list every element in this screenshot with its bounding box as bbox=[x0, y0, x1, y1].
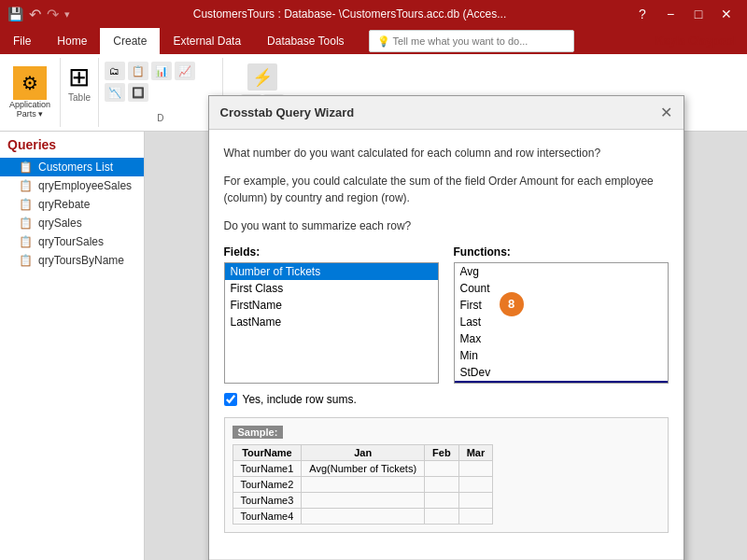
ribbon-tabs: File Home Create External Data Database … bbox=[0, 28, 747, 54]
field-item-3[interactable]: LastName bbox=[225, 314, 438, 330]
query-icon: 📋 bbox=[19, 198, 33, 211]
queries-icons: 🗂 📋 📊 📈 📉 🔲 bbox=[105, 62, 217, 102]
application-parts-icon[interactable]: ⚙ bbox=[13, 66, 47, 100]
main-area: Queries 📋 Customers List 📋 qryEmployeeSa… bbox=[0, 132, 747, 560]
func-avg[interactable]: Avg bbox=[455, 263, 668, 280]
sidebar-item-label: qryTourSales bbox=[38, 235, 104, 248]
help-button[interactable]: ? bbox=[629, 1, 655, 27]
sample-col-mar: Mar bbox=[458, 444, 493, 460]
query-icon5[interactable]: 📉 bbox=[105, 83, 125, 102]
sidebar-item-qryemployeesales[interactable]: 📋 qryEmployeeSales bbox=[0, 176, 144, 195]
table-group: ⊞ Table bbox=[61, 58, 99, 127]
sample-cell bbox=[302, 492, 425, 508]
dialog-desc3: Do you want to summarize each row? bbox=[224, 217, 669, 234]
macro-icon[interactable]: ⚡ bbox=[247, 63, 277, 91]
dialog-desc1: What number do you want calculated for e… bbox=[224, 145, 669, 161]
sample-col-tourname: TourName bbox=[233, 444, 302, 460]
close-button[interactable]: ✕ bbox=[713, 1, 740, 27]
field-item-0[interactable]: Number of Tickets bbox=[225, 263, 438, 280]
sample-row-2: TourName2 bbox=[233, 476, 493, 492]
sample-cell-value: Avg(Number of Tickets) bbox=[302, 460, 425, 476]
func-first[interactable]: First bbox=[455, 297, 668, 314]
sample-row-3: TourName3 bbox=[233, 492, 493, 508]
sidebar-item-label: qryRebate bbox=[38, 198, 90, 211]
queries-header: Queries bbox=[0, 132, 144, 158]
include-row-sums-checkbox[interactable] bbox=[224, 393, 237, 406]
sample-table: TourName Jan Feb Mar TourName1 bbox=[233, 444, 494, 525]
include-row-sums-label: Yes, include row sums. bbox=[243, 393, 357, 406]
functions-listbox[interactable]: Avg Count First Last Max Min StDev Sum V… bbox=[454, 262, 669, 384]
tab-database-tools[interactable]: Database Tools bbox=[254, 28, 358, 54]
tab-external-data[interactable]: External Data bbox=[160, 28, 254, 54]
sidebar-item-qrysales[interactable]: 📋 qrySales bbox=[0, 214, 144, 232]
sample-cell bbox=[458, 460, 493, 476]
dialog-overlay: Crosstab Query Wizard ✕ What number do y… bbox=[145, 132, 747, 560]
sidebar-item-qrytoursbyname[interactable]: 📋 qryToursByName bbox=[0, 251, 144, 270]
func-min[interactable]: Min bbox=[455, 347, 668, 364]
tab-create[interactable]: Create bbox=[100, 28, 160, 54]
fields-label: Fields: bbox=[224, 245, 439, 259]
minimize-button[interactable]: − bbox=[657, 1, 684, 27]
sidebar-item-customers-list[interactable]: 📋 Customers List bbox=[0, 158, 144, 176]
sample-cell: TourName2 bbox=[233, 476, 302, 492]
include-row-sums-row: Yes, include row sums. bbox=[224, 393, 669, 406]
sidebar-item-qrytoursales[interactable]: 📋 qryTourSales bbox=[0, 232, 144, 251]
title-controls: ? − □ ✕ bbox=[629, 1, 740, 27]
sample-cell: TourName1 bbox=[233, 460, 302, 476]
dialog-close-button[interactable]: ✕ bbox=[660, 104, 672, 121]
sample-col-feb: Feb bbox=[425, 444, 459, 460]
sidebar-item-label: qryEmployeeSales bbox=[38, 179, 132, 192]
sample-cell bbox=[425, 508, 459, 524]
query-icon6[interactable]: 🔲 bbox=[128, 83, 148, 102]
functions-section: Functions: Avg Count First Last Max Min … bbox=[454, 245, 669, 384]
search-input[interactable] bbox=[369, 30, 574, 52]
title-bar: 💾 ↶ ↷ ▾ CustomersTours : Database- \Cust… bbox=[0, 0, 747, 28]
sample-col-jan: Jan bbox=[302, 444, 425, 460]
dialog-title-bar: Crosstab Query Wizard ✕ bbox=[209, 96, 684, 130]
sample-cell bbox=[425, 492, 459, 508]
crosstab-wizard-dialog: Crosstab Query Wizard ✕ What number do y… bbox=[208, 95, 684, 561]
sidebar: Queries 📋 Customers List 📋 qryEmployeeSa… bbox=[0, 132, 145, 560]
title-bar-left: 💾 ↶ ↷ ▾ bbox=[7, 6, 70, 23]
sidebar-item-qryrebate[interactable]: 📋 qryRebate bbox=[0, 195, 144, 214]
query-icon4[interactable]: 📈 bbox=[175, 62, 195, 80]
func-max[interactable]: Max bbox=[455, 330, 668, 347]
maximize-button[interactable]: □ bbox=[685, 1, 712, 27]
dialog-title: Crosstab Query Wizard bbox=[220, 105, 355, 119]
sidebar-item-label: qryToursByName bbox=[38, 254, 124, 267]
fields-functions-row: Fields: Number of Tickets First Class Fi… bbox=[224, 245, 669, 384]
func-last[interactable]: Last bbox=[455, 314, 668, 330]
sample-cell bbox=[302, 476, 425, 492]
query-icon: 📋 bbox=[19, 217, 33, 230]
sample-cell bbox=[458, 508, 493, 524]
func-sum[interactable]: Sum bbox=[455, 381, 668, 384]
tab-file[interactable]: File bbox=[0, 28, 44, 54]
field-item-2[interactable]: FirstName bbox=[225, 297, 438, 314]
dialog-container: Crosstab Query Wizard ✕ What number do y… bbox=[208, 95, 684, 561]
sample-cell: TourName3 bbox=[233, 492, 302, 508]
application-parts-group: ⚙ ApplicationParts ▾ bbox=[0, 58, 61, 127]
sample-row-4: TourName4 bbox=[233, 508, 493, 524]
table-icon[interactable]: ⊞ bbox=[68, 62, 90, 92]
query-icon3[interactable]: 📊 bbox=[151, 62, 172, 80]
fields-section: Fields: Number of Tickets First Class Fi… bbox=[224, 245, 439, 384]
func-stdev[interactable]: StDev bbox=[455, 364, 668, 381]
fields-listbox[interactable]: Number of Tickets First Class FirstName … bbox=[224, 262, 439, 384]
sample-cell bbox=[425, 460, 459, 476]
func-count[interactable]: Count bbox=[455, 280, 668, 297]
queries-group: 🗂 📋 📊 📈 📉 🔲 D bbox=[99, 58, 223, 127]
dialog-desc2: For example, you could calculate the sum… bbox=[224, 173, 669, 206]
content-area: Crosstab Query Wizard ✕ What number do y… bbox=[145, 132, 747, 560]
step-badge-8-fields: 8 bbox=[500, 292, 524, 316]
sidebar-item-label: Customers List bbox=[38, 161, 113, 174]
sample-label: Sample: bbox=[233, 426, 284, 439]
query-design-icon[interactable]: 📋 bbox=[128, 62, 148, 80]
dialog-body: What number do you want calculated for e… bbox=[209, 130, 684, 559]
tab-home[interactable]: Home bbox=[44, 28, 100, 54]
field-item-1[interactable]: First Class bbox=[225, 280, 438, 297]
sample-cell bbox=[302, 508, 425, 524]
search-bar bbox=[358, 28, 644, 54]
query-wizard-icon[interactable]: 🗂 bbox=[105, 62, 125, 80]
user-info: Kayla Claypool bbox=[644, 28, 747, 54]
application-parts-label: ApplicationParts ▾ bbox=[9, 100, 50, 119]
